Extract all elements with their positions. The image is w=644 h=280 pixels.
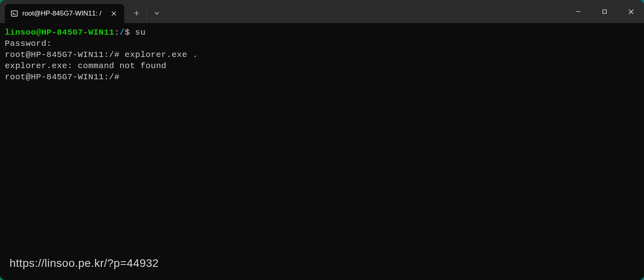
cmd-text: su	[130, 28, 145, 37]
titlebar: root@HP-845G7-WIN11: /	[0, 0, 644, 23]
terminal-window: root@HP-845G7-WIN11: /	[0, 0, 644, 280]
svg-rect-7	[603, 10, 607, 14]
close-button[interactable]	[618, 0, 644, 23]
prompt-path: /	[119, 28, 125, 37]
svg-rect-0	[12, 11, 18, 16]
new-tab-button[interactable]	[127, 5, 146, 21]
tab-actions	[124, 0, 166, 23]
terminal-line: Password:	[5, 39, 52, 48]
maximize-button[interactable]	[591, 0, 618, 23]
terminal-line: root@HP-845G7-WIN11:/# explorer.exe .	[5, 50, 198, 59]
watermark-text: https://linsoo.pe.kr/?p=44932	[10, 257, 159, 270]
tab-title: root@HP-845G7-WIN11: /	[22, 10, 101, 18]
terminal-line: explorer.exe: command not found	[5, 61, 166, 70]
titlebar-drag-area[interactable]	[166, 0, 565, 23]
tab-strip: root@HP-845G7-WIN11: /	[0, 0, 124, 23]
divider	[146, 10, 147, 20]
tab-dropdown-button[interactable]	[148, 5, 166, 21]
terminal-line: root@HP-845G7-WIN11:/#	[5, 72, 119, 82]
terminal-output[interactable]: linsoo@HP-845G7-WIN11:/$ su Password: ro…	[0, 23, 644, 280]
minimize-button[interactable]	[565, 0, 591, 23]
window-controls	[565, 0, 644, 23]
tab-close-button[interactable]	[108, 8, 119, 19]
prompt-char: $	[125, 28, 130, 37]
terminal-icon	[10, 10, 18, 18]
prompt-sep: :	[114, 28, 119, 37]
tab-active[interactable]: root@HP-845G7-WIN11: /	[5, 4, 124, 23]
prompt-user: linsoo@HP-845G7-WIN11	[5, 28, 114, 37]
